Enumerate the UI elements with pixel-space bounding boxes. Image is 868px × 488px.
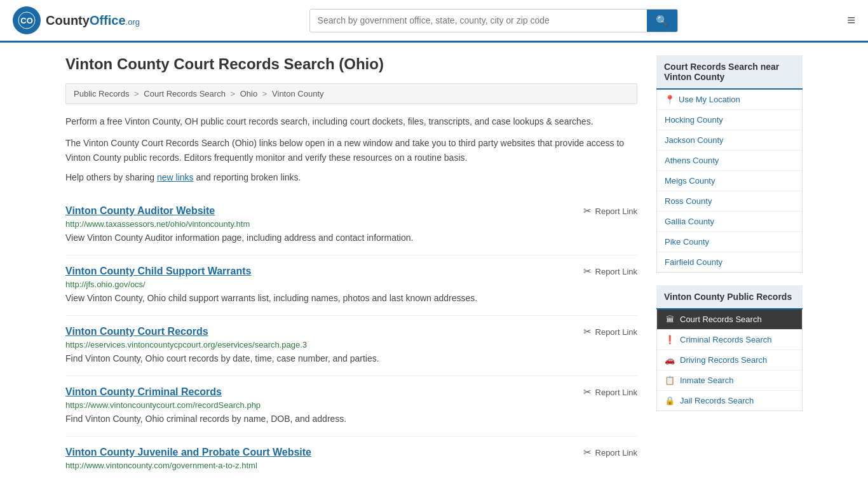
report-icon-0: ✂ [583,205,592,217]
results-list: Vinton County Auditor Website ✂ Report L… [65,195,637,483]
result-desc-0: View Vinton County Auditor information p… [65,231,637,245]
ross-county-link[interactable]: Ross County [657,191,802,211]
result-title-1[interactable]: Vinton County Child Support Warrants [65,266,251,277]
use-location-item[interactable]: 📍 Use My Location [657,90,802,110]
page-title: Vinton County Court Records Search (Ohio… [65,55,637,73]
report-icon-1: ✂ [583,266,592,277]
list-item: Athens County [657,151,802,171]
search-button[interactable]: 🔍 [647,10,677,32]
inmate-search-link[interactable]: 📋 Inmate Search [657,370,802,390]
list-item-court-records: 🏛 Court Records Search [657,309,802,330]
public-records-section: Vinton County Public Records 🏛 Court Rec… [656,285,803,411]
search-bar: 🔍 [309,9,678,32]
list-item: Ross County [657,191,802,212]
nearby-section: Court Records Search near Vinton County … [656,55,803,273]
gallia-county-link[interactable]: Gallia County [657,212,802,231]
result-item: Vinton County Juvenile and Probate Court… [65,437,637,483]
logo-icon: CO [13,6,41,34]
report-link-0[interactable]: ✂ Report Link [583,205,637,217]
search-input[interactable] [310,10,647,30]
breadcrumb-public-records[interactable]: Public Records [74,89,129,98]
nearby-title: Court Records Search near Vinton County [656,55,803,90]
page-container: Vinton County Court Records Search (Ohio… [53,43,815,488]
court-records-link[interactable]: 🏛 Court Records Search [657,309,802,329]
logo-text: CountyOffice.org [46,13,140,28]
result-desc-1: View Vinton County, Ohio child support w… [65,292,637,305]
hamburger-menu[interactable]: ≡ [847,12,855,29]
result-title-4[interactable]: Vinton County Juvenile and Probate Court… [65,447,311,458]
fairfield-county-link[interactable]: Fairfield County [657,252,802,272]
list-item-inmate-search: 📋 Inmate Search [657,370,802,391]
share-line: Help others by sharing new links and rep… [65,172,637,182]
report-icon-3: ✂ [583,386,592,398]
breadcrumb: Public Records > Court Records Search > … [65,83,637,104]
description-2: The Vinton County Court Records Search (… [65,136,637,165]
breadcrumb-court-records-search[interactable]: Court Records Search [144,89,226,98]
result-title-0[interactable]: Vinton County Auditor Website [65,205,215,217]
report-icon-4: ✂ [583,447,592,458]
inmate-icon: 📋 [665,376,675,385]
meigs-county-link[interactable]: Meigs County [657,171,802,191]
location-icon: 📍 [665,95,675,104]
criminal-icon: ❗ [665,335,675,344]
report-link-2[interactable]: ✂ Report Link [583,326,637,337]
driving-records-link[interactable]: 🚗 Driving Records Search [657,350,802,370]
result-item: Vinton County Child Support Warrants ✂ R… [65,255,637,316]
nearby-county-list: 📍 Use My Location Hocking County Jackson… [656,90,803,273]
criminal-records-link[interactable]: ❗ Criminal Records Search [657,330,802,349]
result-title-2[interactable]: Vinton County Court Records [65,326,208,337]
list-item: Hocking County [657,110,802,130]
use-location-link[interactable]: 📍 Use My Location [657,90,802,109]
report-link-4[interactable]: ✂ Report Link [583,447,637,458]
header: CO CountyOffice.org 🔍 ≡ [0,0,868,43]
result-url-4: http://www.vintoncounty.com/government-a… [65,461,637,470]
result-title-3[interactable]: Vinton County Criminal Records [65,386,222,398]
report-link-3[interactable]: ✂ Report Link [583,386,637,398]
result-item: Vinton County Auditor Website ✂ Report L… [65,195,637,255]
hocking-county-link[interactable]: Hocking County [657,110,802,130]
result-url-3: https://www.vintoncountycourt.com/record… [65,400,637,410]
list-item: Jackson County [657,130,802,151]
list-item: Meigs County [657,171,802,191]
jackson-county-link[interactable]: Jackson County [657,130,802,150]
sidebar: Court Records Search near Vinton County … [656,55,803,483]
athens-county-link[interactable]: Athens County [657,151,802,170]
public-records-title: Vinton County Public Records [656,285,803,309]
result-url-1: http://jfs.ohio.gov/ocs/ [65,280,637,289]
jail-icon: 🔒 [665,396,675,405]
list-item: Fairfield County [657,252,802,272]
result-url-0: http://www.taxassessors.net/ohio/vintonc… [65,219,637,229]
driving-icon: 🚗 [665,355,675,365]
pike-county-link[interactable]: Pike County [657,232,802,252]
list-item-driving-records: 🚗 Driving Records Search [657,350,802,370]
list-item: Gallia County [657,212,802,232]
court-icon: 🏛 [665,315,675,324]
result-item: Vinton County Court Records ✂ Report Lin… [65,316,637,376]
result-item: Vinton County Criminal Records ✂ Report … [65,376,637,437]
report-icon-2: ✂ [583,326,592,337]
result-desc-2: Find Vinton County, Ohio court records b… [65,352,637,365]
logo-area: CO CountyOffice.org [13,6,140,34]
jail-records-link[interactable]: 🔒 Jail Records Search [657,391,802,410]
list-item: Pike County [657,232,802,252]
public-records-list: 🏛 Court Records Search ❗ Criminal Record… [656,309,803,411]
new-links-link[interactable]: new links [157,172,194,182]
list-item-criminal-records: ❗ Criminal Records Search [657,330,802,350]
breadcrumb-vinton-county[interactable]: Vinton County [272,89,323,98]
svg-text:CO: CO [20,16,33,25]
result-desc-3: Find Vinton County, Ohio criminal record… [65,412,637,426]
report-link-1[interactable]: ✂ Report Link [583,266,637,277]
result-url-2: https://eservices.vintoncountycpcourt.or… [65,340,637,349]
list-item-jail-records: 🔒 Jail Records Search [657,391,802,410]
search-icon: 🔍 [656,15,668,26]
main-content: Vinton County Court Records Search (Ohio… [65,55,637,483]
breadcrumb-ohio[interactable]: Ohio [240,89,257,98]
description-1: Perform a free Vinton County, OH public … [65,114,637,128]
